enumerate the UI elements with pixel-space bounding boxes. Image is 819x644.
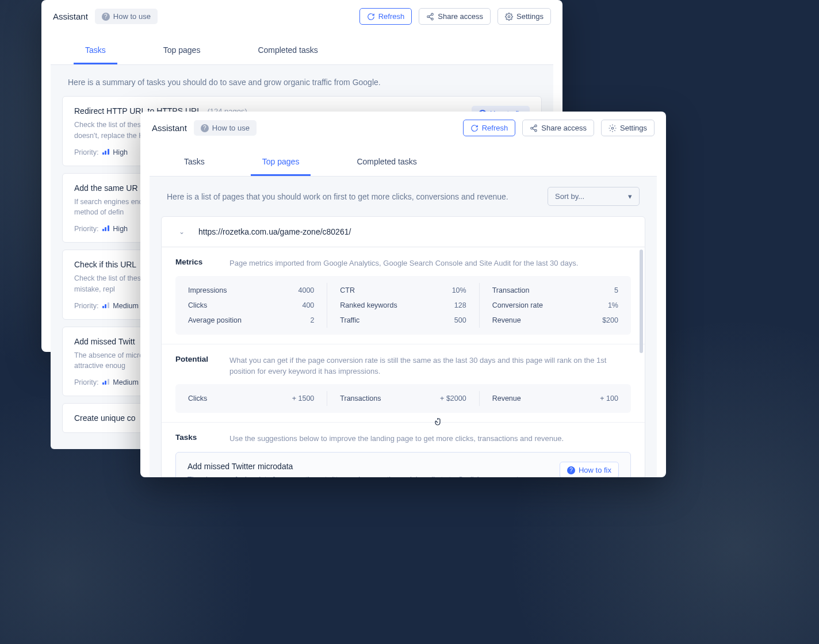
task-title: Check if this URL — [74, 260, 136, 269]
app-title: Assistant — [53, 12, 88, 21]
gear-icon — [505, 13, 513, 21]
tasks-summary: Here is a summary of tasks you should do… — [51, 65, 553, 96]
svg-point-3 — [508, 16, 510, 18]
svg-point-6 — [535, 129, 537, 132]
svg-point-1 — [427, 16, 430, 18]
tabs: Tasks Top pages Completed tasks — [51, 33, 553, 65]
page-url-row[interactable]: ⌄ https://rozetka.com.ua/game-zone/c8026… — [161, 216, 645, 247]
app-title: Assistant — [152, 123, 187, 133]
sort-dropdown[interactable]: Sort by... ▾ — [548, 187, 640, 206]
refresh-icon — [470, 124, 479, 132]
potential-grid: Clicks+ 1500 Transactions+ $2000 Revenue… — [175, 384, 631, 413]
refresh-icon — [367, 13, 375, 21]
priority-value: High — [113, 225, 128, 233]
priority-bars-icon — [102, 225, 109, 231]
potential-desc: What you can get if the page conversion … — [229, 355, 631, 377]
tasks-section-title: Tasks — [175, 433, 212, 442]
page-task-card: Add missed Twitter microdata The absence… — [175, 452, 631, 477]
top-pages-canvas: Tasks Top pages Completed tasks Here is … — [150, 145, 657, 477]
potential-title: Potential — [175, 355, 212, 363]
task-title: Add missed Twitt — [74, 337, 135, 346]
priority-value: High — [113, 148, 128, 156]
tab-tasks[interactable]: Tasks — [173, 145, 216, 176]
svg-point-4 — [535, 125, 537, 127]
priority-bars-icon — [102, 378, 109, 385]
share-button[interactable]: Share access — [419, 8, 491, 25]
tab-completed[interactable]: Completed tasks — [345, 145, 428, 176]
scrollbar-thumb[interactable] — [640, 250, 643, 353]
share-button[interactable]: Share access — [522, 120, 594, 136]
svg-point-7 — [611, 127, 614, 129]
share-icon — [426, 13, 434, 21]
help-icon: ? — [102, 13, 110, 21]
svg-point-5 — [531, 127, 533, 129]
metrics-grid: Impressions4000 Clicks400 Average positi… — [175, 276, 631, 335]
chevron-down-icon: ▾ — [628, 192, 632, 201]
task-desc: The absence of microdata for generating … — [187, 474, 548, 477]
page-detail-body: Metrics Page metrics imported from Googl… — [161, 247, 645, 477]
help-icon: ? — [567, 466, 575, 474]
metrics-desc: Page metrics imported from Google Analyt… — [229, 258, 631, 269]
priority-bars-icon — [102, 302, 109, 308]
refresh-button[interactable]: Refresh — [359, 8, 412, 25]
tab-tasks[interactable]: Tasks — [74, 33, 117, 64]
how-to-use-button[interactable]: ? How to use — [194, 120, 257, 136]
top-pages-panel: Assistant ? How to use Refresh Share acc… — [140, 112, 666, 477]
svg-point-0 — [431, 13, 434, 16]
priority-value: Medium — [113, 302, 138, 310]
header: Assistant ? How to use Refresh Share acc… — [41, 0, 562, 33]
settings-button[interactable]: Settings — [601, 120, 655, 136]
svg-point-2 — [431, 18, 434, 20]
tab-top-pages[interactable]: Top pages — [251, 145, 311, 176]
task-title: Create unique co — [74, 413, 136, 423]
task-title: Add the same UR — [74, 183, 138, 193]
help-icon: ? — [201, 124, 209, 132]
tasks-section-desc: Use the suggestions below to improve the… — [229, 433, 631, 444]
how-to-fix-button[interactable]: ? How to fix — [560, 462, 619, 477]
page-url: https://rozetka.com.ua/game-zone/c80261/ — [198, 227, 351, 236]
tab-top-pages[interactable]: Top pages — [152, 33, 212, 64]
task-title: Add missed Twitter microdata — [187, 462, 548, 471]
priority-value: Medium — [113, 378, 138, 386]
gear-icon — [608, 124, 617, 132]
priority-bars-icon — [102, 148, 109, 155]
pages-summary: Here is a list of pages that you should … — [167, 192, 508, 201]
tabs: Tasks Top pages Completed tasks — [150, 145, 657, 177]
tab-completed[interactable]: Completed tasks — [246, 33, 329, 64]
settings-button[interactable]: Settings — [497, 8, 551, 25]
header: Assistant ? How to use Refresh Share acc… — [140, 112, 666, 145]
share-icon — [530, 124, 538, 132]
refresh-button[interactable]: Refresh — [463, 120, 516, 136]
metrics-title: Metrics — [175, 258, 212, 266]
how-to-use-button[interactable]: ? How to use — [95, 9, 158, 24]
chevron-down-icon[interactable]: ⌄ — [179, 228, 185, 236]
